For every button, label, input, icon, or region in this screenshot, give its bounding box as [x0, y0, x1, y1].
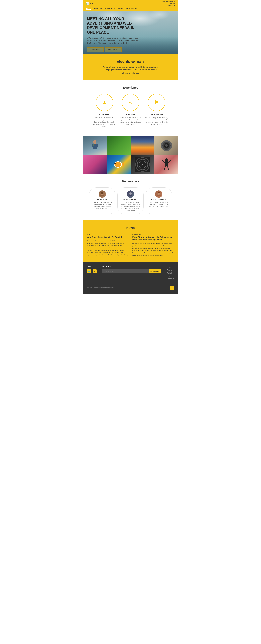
- hero-buttons: LEARN MORE › WHAT WE DO ›: [87, 48, 139, 52]
- portfolio-item-7[interactable]: [130, 155, 154, 174]
- portfolio-item-4[interactable]: [154, 136, 178, 155]
- svg-point-9: [164, 144, 166, 145]
- facebook-icon[interactable]: f: [92, 269, 96, 274]
- experience-card-3: ⚑ Dependability We feel reliability and …: [145, 94, 168, 128]
- svg-rect-3: [96, 144, 98, 147]
- svg-point-33: [157, 194, 160, 196]
- camera-lens-icon: [161, 140, 172, 152]
- testimonial-quote-2: "...I can't tell you how much I apprecia…: [120, 202, 140, 211]
- about-text: We make things that surprise and delight…: [102, 66, 160, 74]
- experience-icon-circle: ▲: [96, 94, 113, 111]
- portfolio-item-5[interactable]: [83, 155, 106, 174]
- portfolio-item-3[interactable]: [130, 136, 154, 155]
- svg-line-23: [168, 160, 170, 162]
- svg-rect-4: [93, 144, 94, 146]
- testimonial-name-3: CAROL PATTERSON: [149, 199, 169, 200]
- experience-card-title-2: Creativity: [119, 113, 142, 116]
- footer-bottom: Adv © 2016 All rights reserved. Privacy …: [87, 283, 174, 290]
- portfolio-grid: [83, 136, 178, 174]
- footer-links: Home About us Portfolio Blog Contact us: [167, 266, 174, 280]
- twitter-icon[interactable]: 🐦: [87, 269, 91, 274]
- footer-link-portfolio[interactable]: Portfolio: [167, 272, 174, 274]
- news-title: News: [87, 226, 174, 230]
- experience-card-2: ∿ Creativity With several Addy awards in…: [119, 94, 142, 128]
- newsletter-form: SUBSCRIBE: [102, 269, 161, 273]
- logo[interactable]: 📊 adv: [86, 2, 94, 5]
- svg-point-20: [165, 158, 168, 161]
- nav-about[interactable]: ABOUT US: [94, 7, 102, 10]
- avatar-carol: [155, 190, 162, 198]
- testimonial-name-1: HELEN WOOD: [92, 199, 112, 200]
- experience-card-title-3: Dependability: [145, 113, 168, 116]
- svg-point-28: [101, 192, 104, 194]
- helen-avatar-image: [100, 192, 104, 196]
- news-item-1: 9 June Why Good Advertising is So Crucia…: [87, 234, 129, 256]
- celebrate-silhouette: [162, 158, 171, 171]
- footer-link-about[interactable]: About us: [167, 269, 174, 272]
- news-item-title-2[interactable]: From Startup to Global: Utah's Increasin…: [132, 236, 174, 241]
- news-date-2: 26 November: [132, 234, 174, 235]
- footer-newsletter: Newsletter SUBSCRIBE: [102, 266, 161, 280]
- experience-title: Experience: [87, 86, 174, 89]
- testimonial-card-1: HELEN WOOD "I think about our relationsh…: [89, 188, 115, 214]
- news-item-text-2: Every business has to start somewhere. I…: [132, 242, 174, 256]
- svg-point-27: [100, 194, 104, 196]
- nav-contact[interactable]: CONTACT US: [126, 7, 137, 10]
- svg-rect-21: [165, 161, 168, 166]
- newsletter-input[interactable]: [102, 269, 148, 273]
- news-date-1: 9 June: [87, 234, 129, 235]
- tunnel-icon: [135, 157, 150, 172]
- about-section: About the company We make things that su…: [83, 54, 178, 80]
- creativity-icon-circle: ∿: [122, 94, 139, 111]
- fish-icon: [113, 160, 124, 169]
- svg-point-19: [142, 164, 143, 165]
- testimonials-section: Testimonials HELEN WOOD "I think about o…: [83, 174, 178, 220]
- nav-home[interactable]: HOME: [86, 7, 90, 10]
- logo-text: adv: [90, 2, 94, 5]
- avatar-helen: [98, 190, 106, 198]
- experience-section: Experience ▲ Experience With years of ma…: [83, 80, 178, 136]
- svg-point-0: [93, 140, 96, 144]
- anthony-avatar-image: [128, 192, 133, 196]
- footer-social-icons: 🐦 f: [87, 269, 96, 274]
- experience-card-text-3: We feel reliability and dependability ar…: [145, 116, 168, 125]
- news-section: News 9 June Why Good Advertising is So C…: [83, 220, 178, 262]
- subscribe-button[interactable]: SUBSCRIBE: [148, 269, 161, 273]
- svg-point-34: [158, 192, 160, 194]
- testimonials-title: Testimonials: [87, 180, 174, 183]
- footer-link-blog[interactable]: Blog: [167, 274, 174, 278]
- creativity-icon: ∿: [129, 100, 132, 105]
- portfolio-item-6[interactable]: [106, 155, 130, 174]
- svg-line-25: [168, 166, 168, 170]
- what-we-do-button[interactable]: WHAT WE DO ›: [105, 48, 122, 52]
- hero-title: MEETING ALL YOUR ADVERTISING AND WEB DEV…: [87, 16, 139, 35]
- nav-portfolio[interactable]: PORTFOLIO: [105, 7, 115, 10]
- header: 📊 adv 8901 Marmora Road Glasgow, D04 89G…: [83, 0, 178, 7]
- footer-link-contact[interactable]: Contact us: [167, 278, 174, 280]
- logo-icon: 📊: [86, 2, 89, 5]
- testimonial-quote-1: "I think about our relationship as a par…: [92, 202, 112, 209]
- footer-social: Social 🐦 f: [87, 266, 96, 280]
- scroll-top-button[interactable]: ▲: [170, 286, 174, 290]
- footer: Social 🐦 f Newsletter SUBSCRIBE Home Abo…: [83, 262, 178, 294]
- experience-cards: ▲ Experience With years of marketing and…: [87, 94, 174, 128]
- svg-point-13: [114, 164, 115, 164]
- nav-blog[interactable]: BLOG: [118, 7, 123, 10]
- hero-subtitle: We're about people first – the best tale…: [87, 37, 139, 44]
- footer-copyright: Adv © 2016 All rights reserved. Privacy …: [87, 287, 114, 288]
- svg-rect-31: [130, 192, 132, 194]
- news-item-2: 26 November From Startup to Global: Utah…: [132, 234, 174, 256]
- testimonials-grid: HELEN WOOD "I think about our relationsh…: [87, 188, 174, 214]
- learn-more-button[interactable]: LEARN MORE ›: [87, 48, 104, 52]
- hero-content: MEETING ALL YOUR ADVERTISING AND WEB DEV…: [87, 16, 139, 52]
- newsletter-title: Newsletter: [102, 266, 161, 268]
- testimonial-card-3: CAROL PATTERSON "You've done an amazing …: [146, 188, 172, 214]
- news-item-title-1[interactable]: Why Good Advertising is So Crucial: [87, 236, 129, 238]
- svg-point-30: [129, 194, 132, 196]
- portfolio-item-1[interactable]: [83, 136, 106, 155]
- footer-social-title: Social: [87, 266, 96, 268]
- footer-link-home[interactable]: Home: [167, 266, 174, 269]
- portfolio-item-8[interactable]: [154, 155, 178, 174]
- svg-line-24: [164, 166, 165, 170]
- portfolio-item-2[interactable]: [106, 136, 130, 155]
